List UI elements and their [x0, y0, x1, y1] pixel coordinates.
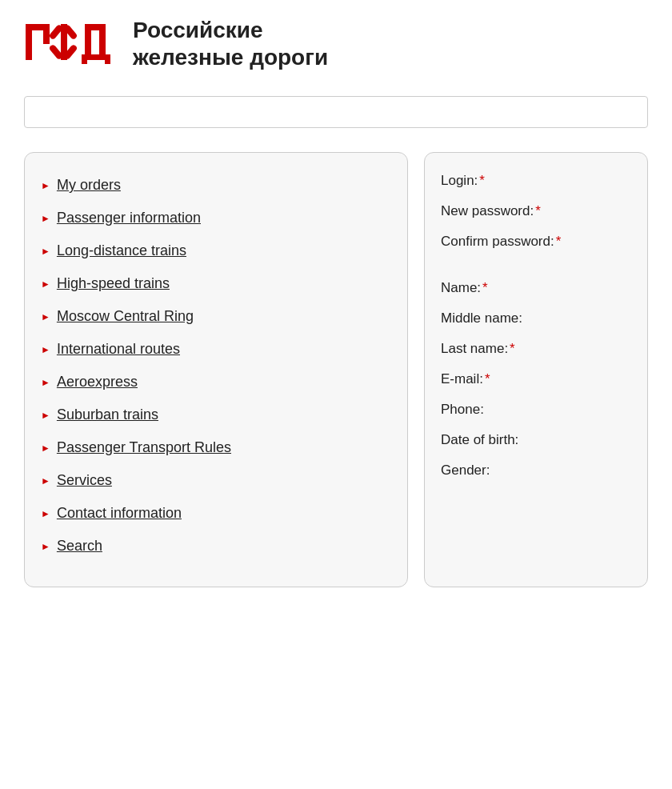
name-required-star: *: [482, 280, 488, 296]
form-row-phone: Phone:: [441, 402, 631, 418]
list-item: ► Long-distance trains: [41, 234, 391, 267]
nav-link-international-routes[interactable]: International routes: [57, 341, 180, 358]
date-of-birth-label: Date of birth:: [441, 432, 518, 448]
nav-panel: ► My orders ► Passenger information ► Lo…: [24, 152, 408, 587]
svg-rect-13: [105, 54, 110, 64]
new-password-required-star: *: [535, 203, 541, 219]
form-row-confirm-password: Confirm password: *: [441, 234, 631, 250]
form-row-gender: Gender:: [441, 463, 631, 479]
search-bar-container: [0, 88, 672, 144]
list-item: ► Contact information: [41, 497, 391, 530]
email-required-star: *: [485, 371, 490, 387]
nav-arrow-icon: ►: [41, 377, 50, 388]
form-row-last-name: Last name: *: [441, 341, 631, 357]
form-row-name: Name: *: [441, 280, 631, 296]
nav-arrow-icon: ►: [41, 213, 50, 224]
list-item: ► Moscow Central Ring: [41, 300, 391, 333]
confirm-password-required-star: *: [556, 234, 562, 250]
nav-arrow-icon: ►: [41, 180, 50, 191]
form-row-new-password: New password: *: [441, 203, 631, 219]
svg-rect-2: [43, 24, 50, 44]
phone-label: Phone:: [441, 402, 484, 418]
gender-label: Gender:: [441, 463, 490, 479]
nav-arrow-icon: ►: [41, 475, 50, 487]
nav-link-suburban-trains[interactable]: Suburban trains: [57, 407, 158, 423]
list-item: ► Passenger Transport Rules: [41, 431, 391, 464]
form-panel: Login: * New password: * Confirm passwor…: [424, 152, 648, 587]
nav-list: ► My orders ► Passenger information ► Lo…: [41, 169, 391, 563]
svg-rect-12: [82, 54, 87, 64]
form-row-middle-name: Middle name:: [441, 310, 631, 326]
nav-link-search[interactable]: Search: [57, 538, 102, 555]
nav-link-long-distance-trains[interactable]: Long-distance trains: [57, 242, 186, 259]
nav-arrow-icon: ►: [41, 344, 50, 355]
list-item: ► Aeroexpress: [41, 366, 391, 399]
login-required-star: *: [479, 173, 485, 189]
login-label: Login:: [441, 173, 478, 189]
list-item: ► High-speed trains: [41, 267, 391, 300]
form-row-login: Login: *: [441, 173, 631, 189]
nav-arrow-icon: ►: [41, 541, 50, 552]
list-item: ► My orders: [41, 169, 391, 202]
logo-text: Российские железные дороги: [133, 17, 328, 70]
nav-link-moscow-central-ring[interactable]: Moscow Central Ring: [57, 308, 194, 325]
nav-link-services[interactable]: Services: [57, 472, 112, 489]
nav-arrow-icon: ►: [41, 311, 50, 322]
email-label: E-mail:: [441, 371, 483, 387]
list-item: ► Passenger information: [41, 202, 391, 234]
nav-arrow-icon: ►: [41, 246, 50, 257]
last-name-label: Last name:: [441, 341, 508, 357]
list-item: ► Services: [41, 464, 391, 497]
header: Российские железные дороги: [0, 0, 672, 88]
middle-name-label: Middle name:: [441, 310, 522, 326]
nav-link-high-speed-trains[interactable]: High-speed trains: [57, 275, 170, 292]
confirm-password-label: Confirm password:: [441, 234, 554, 250]
nav-arrow-icon: ►: [41, 508, 50, 519]
form-row-email: E-mail: *: [441, 371, 631, 387]
list-item: ► Search: [41, 530, 391, 563]
main-content: ► My orders ► Passenger information ► Lo…: [0, 144, 672, 595]
form-row-date-of-birth: Date of birth:: [441, 432, 631, 448]
list-item: ► Suburban trains: [41, 399, 391, 431]
nav-link-contact-information[interactable]: Contact information: [57, 505, 182, 522]
rzd-logo: [24, 16, 120, 72]
new-password-label: New password:: [441, 203, 534, 219]
main-search-input[interactable]: [24, 96, 648, 128]
nav-link-my-orders[interactable]: My orders: [57, 177, 121, 194]
nav-link-passenger-information[interactable]: Passenger information: [57, 210, 201, 226]
nav-link-aeroexpress[interactable]: Aeroexpress: [57, 374, 138, 390]
list-item: ► International routes: [41, 333, 391, 366]
svg-rect-10: [99, 24, 106, 56]
nav-link-passenger-transport-rules[interactable]: Passenger Transport Rules: [57, 439, 231, 456]
name-label: Name:: [441, 280, 481, 296]
logo-area: Российские железные дороги: [24, 16, 648, 72]
last-name-required-star: *: [510, 341, 515, 357]
nav-arrow-icon: ►: [41, 443, 50, 454]
nav-arrow-icon: ►: [41, 410, 50, 421]
nav-arrow-icon: ►: [41, 278, 50, 290]
